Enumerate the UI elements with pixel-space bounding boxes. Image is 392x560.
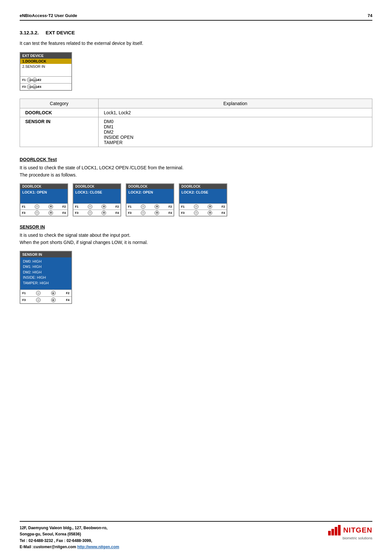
intro-text: It can test the features related to the … [20, 40, 372, 47]
col-category: Category [20, 99, 99, 108]
sensor-screen-title: SENSOR IN [20, 252, 71, 257]
doorlock-screen-3: DOORLOCK LOCK2: OPEN F1 ○ ⊕ F2 F3 ○ ⊕ F4 [126, 183, 174, 216]
sensor-in-screen: SENSOR IN DM0: HIGH DM1: HIGH DM2: HIGH … [20, 251, 72, 304]
nitgen-bars-icon [328, 525, 341, 535]
page-header: eNBioAccess-T2 User Guide 74 [20, 13, 372, 21]
category-doorlock: DOORLOCK [20, 108, 99, 117]
table-row-doorlock: DOORLOCK Lock1, Lock2 [20, 108, 372, 117]
doorlock-screen-4: DOORLOCK LOCK2: CLOSE F1 ○ ⊕ F2 F3 ○ ⊕ F… [179, 183, 227, 216]
category-sensorin: SENSOR IN [20, 117, 99, 147]
nitgen-logo: NITGEN [328, 525, 372, 535]
footer-url[interactable]: http://www.nitgen.com [77, 545, 119, 549]
footer-address: 12F, Daemyung Valeon bldg., 127, Beobwon… [20, 525, 119, 550]
section-heading: 3.12.3.2. EXT DEVICE [20, 30, 372, 35]
footer-logo: NITGEN biometric solutions [328, 525, 372, 540]
doc-title: eNBioAccess-T2 User Guide [20, 13, 77, 18]
col-explanation: Explanation [99, 99, 372, 108]
btn-plus: &#oplus; [32, 78, 37, 82]
page-footer: 12F, Daemyung Valeon bldg., 127, Beobwon… [20, 521, 372, 550]
device-buttons: F1 ○ &#oplus; F2 [20, 76, 71, 83]
sensor-in-section: SENSOR IN It is used to check the signal… [20, 224, 372, 304]
explanation-sensorin: DM0DM1DM2INSIDE OPENTAMPER [99, 117, 372, 147]
menu-item-doorlock: 1.DOORLOCK [20, 59, 71, 64]
sensor-in-title: SENSOR IN [20, 224, 372, 230]
doorlock-screen-2: DOORLOCK LOCK1: CLOSE F1 ○ ⊕ F2 F3 ○ ⊕ F… [73, 183, 121, 216]
doorlock-desc: It is used to check the state of LOCK1, … [20, 164, 372, 179]
sensor-in-desc: It is used to check the signal state abo… [20, 232, 372, 246]
ext-device-screen: EXT DEVICE 1.DOORLOCK 2.SENSOR IN F1 ○ &… [20, 52, 72, 91]
info-table: Category Explanation DOORLOCK Lock1, Loc… [20, 99, 372, 147]
biometric-tagline: biometric solutions [343, 536, 372, 540]
page-number: 74 [368, 13, 372, 18]
ext-device-title: EXT DEVICE [20, 53, 71, 59]
menu-item-sensor-in: 2.SENSOR IN [20, 64, 71, 69]
doorlock-title: DOORLOCK Test [20, 157, 372, 162]
nitgen-wordmark: NITGEN [343, 526, 372, 534]
table-row-sensorin: SENSOR IN DM0DM1DM2INSIDE OPENTAMPER [20, 117, 372, 147]
doorlock-section: DOORLOCK Test It is used to check the st… [20, 157, 372, 216]
sensor-screen-content: DM0: HIGH DM1: HIGH DM2: HIGH INSIDE: HI… [20, 257, 71, 287]
doorlock-screen-1: DOORLOCK LOCK1: OPEN F1 ○ ⊕ F2 F3 ○ ⊕ F4 [20, 183, 68, 216]
device-buttons-row2: F3 ○ &#oplus; F4 [20, 83, 71, 90]
explanation-doorlock: Lock1, Lock2 [99, 108, 372, 117]
btn-up: &#oplus; [32, 84, 37, 89]
doorlock-screens-row: DOORLOCK LOCK1: OPEN F1 ○ ⊕ F2 F3 ○ ⊕ F4… [20, 183, 372, 216]
